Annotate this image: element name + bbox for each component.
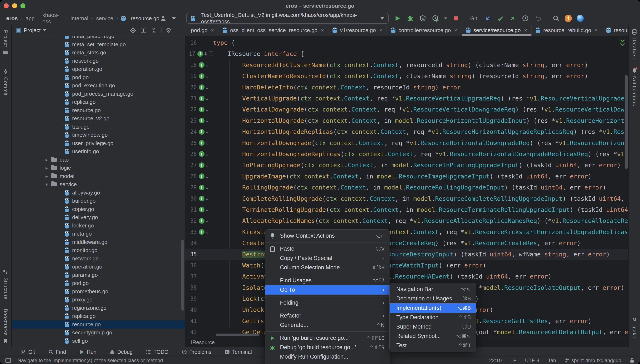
menu-item[interactable]: Find Usages⌥F7: [265, 276, 390, 285]
database-icon[interactable]: [632, 29, 637, 34]
implemented-marker-icon[interactable]: I: [199, 207, 204, 212]
editor-horizontal-scrollbar[interactable]: [216, 334, 260, 336]
tree-file-item[interactable]: operation.go: [12, 65, 185, 74]
tree-file-item[interactable]: copier.go: [12, 205, 185, 214]
tree-file-item[interactable]: replica.go: [12, 98, 185, 106]
implemented-marker-icon[interactable]: I: [198, 51, 203, 57]
code-line[interactable]: 28I↓ UpgradeImage(ctx context.Context, i…: [185, 171, 628, 182]
menu-item[interactable]: Type Declaration^⇧B: [390, 313, 476, 322]
implemented-marker-icon[interactable]: I: [199, 84, 204, 90]
git-branch-widget[interactable]: sprint-dmp-txqiangguo: [565, 358, 621, 363]
tree-file-item[interactable]: replica.go: [12, 312, 185, 320]
project-panel-title[interactable]: Project: [24, 27, 41, 34]
tree-file-item[interactable]: meta.go: [12, 230, 185, 238]
breadcrumb-item[interactable]: khaos-oss: [42, 12, 63, 25]
tree-file-item[interactable]: proxy.go: [12, 296, 185, 304]
run-button[interactable]: [394, 14, 402, 22]
code-line[interactable]: 36 Watch(ctx context.Context, in model.R…: [185, 260, 628, 271]
implemented-marker-icon[interactable]: I: [199, 140, 204, 146]
breadcrumb-item[interactable]: service: [96, 15, 113, 22]
tool-window-button-find[interactable]: Find: [48, 349, 66, 355]
menu-item[interactable]: Show Context Actions⌥↩: [265, 231, 390, 240]
code-line[interactable]: 17I↓− IResource interface {: [185, 48, 628, 60]
code-line[interactable]: 20I↓ HardDeleteInfo(ctx context.Context,…: [185, 82, 628, 93]
code-line[interactable]: 32I↓ AllocateReplicaNames(ctx context.Co…: [185, 215, 628, 226]
coverage-button[interactable]: [419, 14, 427, 22]
tab-close-icon[interactable]: ×: [454, 27, 458, 34]
tree-file-item[interactable]: locker.go: [12, 222, 185, 230]
breadcrumb-item[interactable]: eros: [6, 15, 18, 22]
tree-file-item[interactable]: middleware.go: [12, 238, 185, 246]
code-line[interactable]: 35 Destroy(ctx context.Context, in model…: [185, 249, 628, 260]
code-line[interactable]: 30I↓ CompleteRollingUpgrade(ctx context.…: [185, 193, 628, 204]
hide-panel-icon[interactable]: —: [176, 27, 182, 34]
folder-icon[interactable]: [3, 50, 8, 54]
tree-file-item[interactable]: delivery.go: [12, 213, 185, 222]
implemented-marker-icon[interactable]: I: [199, 96, 204, 101]
locate-file-icon[interactable]: [130, 27, 136, 34]
menu-item[interactable]: Related Symbol...⌥⌘↖: [390, 332, 476, 341]
tool-tab-project[interactable]: Project: [3, 30, 8, 47]
tool-window-button-git[interactable]: Git: [21, 349, 35, 355]
implemented-marker-icon[interactable]: I: [199, 129, 204, 135]
tool-tab-structure[interactable]: Structure: [3, 278, 8, 300]
tree-file-item[interactable]: sell.go: [12, 337, 185, 345]
editor-vertical-scrollbar[interactable]: [625, 75, 628, 169]
tree-file-item[interactable]: task.go: [12, 123, 185, 131]
tree-file-item[interactable]: regionzone.go: [12, 304, 185, 312]
tool-window-button-problems[interactable]: Problems: [182, 349, 212, 355]
breadcrumb-item[interactable]: app: [26, 15, 34, 22]
expand-all-icon[interactable]: [140, 27, 146, 34]
tree-file-item[interactable]: meta_stats.go: [12, 48, 185, 57]
profiler-caret[interactable]: [444, 18, 447, 20]
menu-item[interactable]: Go To›: [265, 285, 390, 294]
menu-item[interactable]: Run 'go build resource.go...'^⇧F10: [265, 333, 390, 343]
debug-button[interactable]: [406, 14, 414, 22]
tree-file-item[interactable]: monitor.go: [12, 246, 185, 254]
tool-window-button-debug[interactable]: Debug: [110, 349, 132, 355]
editor-tab[interactable]: resource_rebuild.go×: [532, 25, 602, 36]
implemented-marker-icon[interactable]: I: [199, 62, 204, 68]
tree-file-item[interactable]: network.go: [12, 57, 185, 65]
code-line[interactable]: 31I↓ TerminateRollingUpgrade(ctx context…: [185, 204, 628, 215]
implemented-marker-icon[interactable]: I: [199, 162, 204, 168]
code-line[interactable]: 22I↓ VerticalDowngrade(ctx context.Conte…: [185, 104, 628, 115]
status-segment[interactable]: Tab: [548, 358, 556, 363]
menu-item[interactable]: Debug 'go build resource.go...'^⇧F9: [265, 343, 390, 352]
tab-close-icon[interactable]: ×: [594, 27, 598, 34]
tree-folder-item[interactable]: ▸logic: [12, 164, 185, 172]
project-view-caret[interactable]: [43, 30, 46, 31]
tree-file-item[interactable]: timewindow.go: [12, 131, 185, 139]
code-line[interactable]: 25I↓ HorizontalDowngrade(ctx context.Con…: [185, 138, 628, 148]
git-update-button[interactable]: [484, 14, 491, 22]
tab-close-icon[interactable]: ×: [321, 27, 324, 34]
editor-tab[interactable]: pod.go×: [187, 25, 218, 36]
git-push-button[interactable]: [509, 14, 516, 22]
user-dropdown-caret[interactable]: [172, 17, 176, 20]
menu-item[interactable]: Folding›: [265, 298, 390, 308]
bookmark-icon[interactable]: [3, 338, 8, 344]
commit-icon[interactable]: [3, 69, 8, 74]
git-commit-button[interactable]: [496, 14, 504, 22]
code-line[interactable]: 34 Create(ctx context.Context, req *v1.R…: [185, 238, 628, 248]
menu-item[interactable]: Navigation Bar⌥↖: [390, 284, 476, 294]
status-segment[interactable]: 22:10: [489, 358, 502, 363]
implemented-marker-icon[interactable]: I: [199, 185, 204, 190]
tab-close-icon[interactable]: ×: [211, 27, 214, 34]
tree-folder-item[interactable]: ▾service: [12, 180, 185, 189]
structure-icon[interactable]: [3, 270, 8, 274]
editor-tab[interactable]: v1/resource.go×: [328, 25, 387, 36]
search-everywhere-icon[interactable]: [552, 14, 560, 22]
notifications-bell-icon[interactable]: [632, 68, 637, 73]
tree-file-item[interactable]: userinfo.go: [12, 148, 185, 156]
menu-item[interactable]: Declaration or Usages⌘B: [390, 294, 476, 303]
editor-tab[interactable]: controller/resource.go×: [387, 25, 462, 36]
code-line[interactable]: 16type (: [185, 37, 628, 48]
tree-file-item[interactable]: pod.go: [12, 279, 185, 288]
status-segment[interactable]: UTF-8: [525, 358, 539, 363]
tree-file-item[interactable]: pod_process_manage.go: [12, 90, 185, 98]
menu-item[interactable]: Generate...^N: [265, 320, 390, 330]
tool-window-button-todo[interactable]: TODO: [146, 349, 168, 355]
tool-window-button-terminal[interactable]: Terminal: [225, 349, 252, 355]
tree-chevron-icon[interactable]: ▸: [43, 165, 50, 170]
